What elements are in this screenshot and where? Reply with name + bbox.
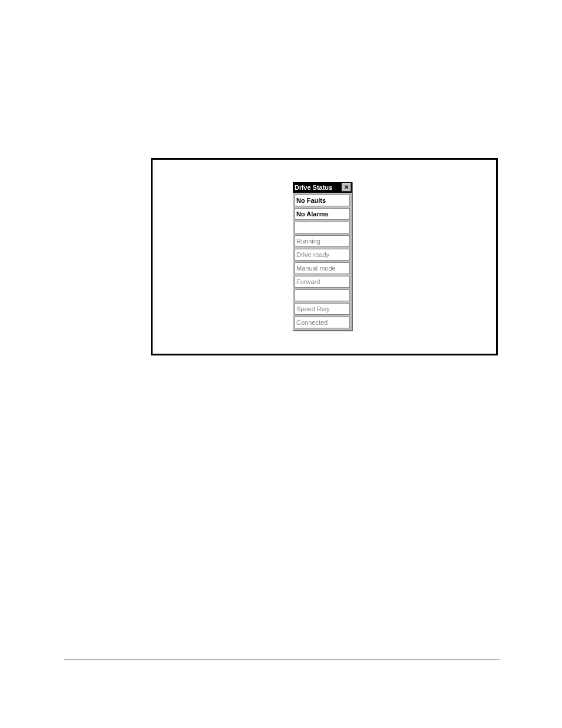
- titlebar: Drive Status ✕: [293, 182, 352, 193]
- manual-mode-field: Manual mode: [295, 262, 350, 274]
- outer-frame: Drive Status ✕ No Faults No Alarms Runni…: [151, 158, 498, 355]
- manual-mode-text: Manual mode: [296, 265, 336, 272]
- close-icon: ✕: [344, 185, 349, 190]
- speed-reg-text: Speed Reg.: [296, 305, 330, 312]
- running-field: Running: [295, 235, 350, 247]
- running-text: Running: [296, 238, 320, 245]
- faults-field: No Faults: [295, 195, 350, 206]
- blank-field-1: [295, 222, 350, 233]
- status-body: No Faults No Alarms Running Drive ready …: [293, 193, 352, 330]
- alarms-field: No Alarms: [295, 208, 350, 220]
- connected-text: Connected: [296, 319, 328, 326]
- drive-ready-field: Drive ready: [295, 249, 350, 261]
- alarms-text: No Alarms: [296, 210, 329, 218]
- titlebar-text: Drive Status: [295, 184, 332, 191]
- blank-field-2: [295, 289, 350, 301]
- faults-text: No Faults: [296, 197, 326, 204]
- connected-field: Connected: [295, 317, 350, 328]
- drive-status-panel: Drive Status ✕ No Faults No Alarms Runni…: [293, 182, 353, 331]
- close-button[interactable]: ✕: [342, 183, 351, 192]
- bottom-divider: [64, 660, 500, 660]
- speed-reg-field: Speed Reg.: [295, 303, 350, 315]
- drive-ready-text: Drive ready: [296, 251, 329, 258]
- forward-text: Forward: [296, 278, 320, 285]
- forward-field: Forward: [295, 276, 350, 288]
